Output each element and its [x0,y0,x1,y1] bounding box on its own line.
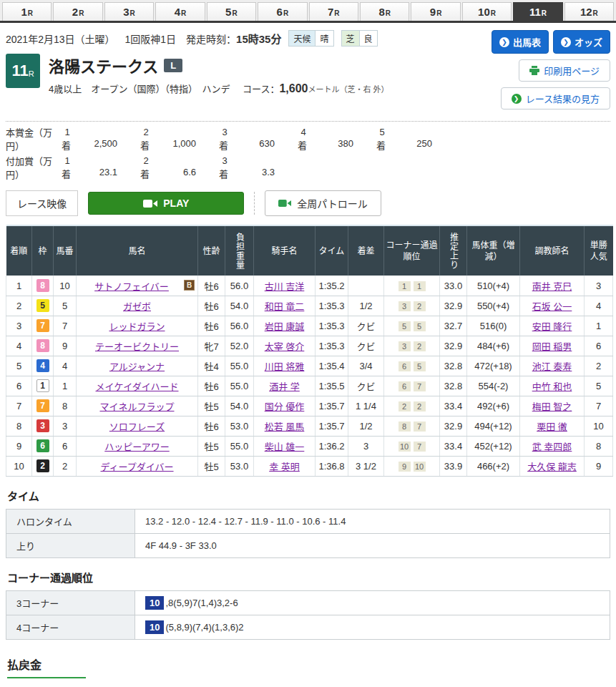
jockey-link[interactable]: 古川 吉洋 [265,281,305,292]
corner-order-cell: 87 [384,416,440,436]
race-tab-number: 4 [175,6,180,18]
prize-value: 380 [309,138,353,150]
trainer-link[interactable]: 武 幸四郎 [532,442,572,452]
horse-weight: 466(+2) [467,456,520,476]
horse-name-link[interactable]: サトノフェイバー [94,281,169,292]
race-tab[interactable]: 8R [360,2,409,21]
arrow-circle-icon: ❯ [561,37,571,47]
prize-item: 2着6.6 [140,155,196,178]
printer-icon [529,66,539,75]
trainer-link[interactable]: 栗田 徹 [537,422,567,432]
trainer-link[interactable]: 南井 克巳 [532,281,572,292]
race-tab[interactable]: 11R [513,2,562,21]
trainer-link[interactable]: 中竹 和也 [532,381,572,392]
carried-weight: 55.0 [225,436,254,456]
race-tab[interactable]: 7R [309,2,358,21]
prize-rank: 2 [140,155,152,167]
play-button[interactable]: PLAY [88,192,244,215]
trainer-link[interactable]: 石坂 公一 [532,301,572,312]
finish-time: 1:35.4 [316,356,348,376]
race-tab[interactable]: 2R [53,2,102,21]
corner-3-position: 2 [399,401,411,411]
jockey-link[interactable]: 国分 優作 [265,401,305,412]
corner-4-value: 10(5,8,9)(7,4)(1,3,6)2 [135,615,610,639]
corner-order-cell: 32 [384,336,440,356]
prize-main-label: 本賞金（万円） [6,127,62,154]
horse-name-link[interactable]: メイケイダイハード [96,381,179,392]
start-time: 15時35分 [236,31,281,46]
result-row: 6 1 1 メイケイダイハード 牡6 55.0 酒井 学 1:35.5 クビ 6… [6,376,613,396]
trainer-cell: 安田 隆行 [520,316,585,336]
frame-cell: 7 [32,396,54,416]
jockey-link[interactable]: 和田 竜二 [265,301,305,312]
frame-cell: 2 [32,456,54,476]
prize-item: 3着630 [219,127,275,150]
prize-value: 2,500 [73,138,117,150]
col-frame: 枠 [32,225,54,276]
last-3f-time: 33.9 [440,456,467,476]
finish-position: 6 [6,376,32,396]
print-button[interactable]: 印刷用ページ [519,59,610,82]
patrol-video-button[interactable]: 全周パトロール [265,190,381,216]
frame-badge: 8 [36,339,49,352]
prize-fuka-label: 付加賞（万円） [6,155,62,182]
trainer-link[interactable]: 岡田 稲男 [532,341,572,352]
trainer-cell: 石坂 公一 [520,296,585,316]
col-sex-age: 性齢 [198,225,225,276]
prize-value: 630 [230,138,275,150]
horse-name-link[interactable]: ソロフレーズ [109,422,165,432]
trainer-link[interactable]: 池江 泰寿 [532,361,572,372]
trainer-link[interactable]: 梅田 智之 [532,401,572,412]
jockey-link[interactable]: 幸 英明 [269,462,300,472]
corner-4-position: 2 [414,341,426,351]
horse-name-link[interactable]: レッドガラン [109,321,165,332]
race-tab-number: 7 [328,6,333,18]
prize-rank: 2 [140,127,152,138]
horse-name-link[interactable]: ハッピーアワー [104,442,169,452]
prize-value: 23.1 [73,167,117,178]
corner-3-position: 10 [399,442,411,452]
odds-button[interactable]: ❯オッズ [553,30,610,54]
col-horse-number: 馬番 [54,225,77,276]
jockey-link[interactable]: 松若 風馬 [265,422,305,432]
corner-3-position: 1 [399,281,411,291]
horse-name-link[interactable]: マイネルフラップ [99,401,174,412]
corner-4-position: 7 [414,442,426,452]
trainer-link[interactable]: 大久保 龍志 [527,462,577,472]
trainer-link[interactable]: 安田 隆行 [532,321,572,332]
time-table: ハロンタイム 13.2 - 12.0 - 12.4 - 12.7 - 11.9 … [6,509,610,558]
col-carried-weight: 負担重量 [225,225,254,276]
race-tab[interactable]: 1R [2,2,52,21]
jockey-link[interactable]: 太宰 啓介 [265,341,305,352]
race-tab[interactable]: 5R [207,2,256,21]
prize-rank: 3 [219,127,230,138]
sex-age: 牡6 [198,376,225,396]
jockey-link[interactable]: 川田 将雅 [265,361,305,372]
jockey-link[interactable]: 岩田 康誠 [265,321,305,332]
horse-name-link[interactable]: テーオービクトリー [95,341,179,352]
frame-cell: 5 [32,296,54,316]
race-tab[interactable]: 9R [411,2,460,21]
jockey-link[interactable]: 酒井 学 [269,381,300,392]
corner-3-position: 3 [399,341,411,351]
video-row: レース映像 PLAY 全周パトロール [6,190,610,216]
guide-button[interactable]: ❯レース結果の見方 [501,87,610,109]
furlong-time-row: ハロンタイム 13.2 - 12.0 - 12.4 - 12.7 - 11.9 … [6,509,610,533]
race-tab[interactable]: 4R [155,2,205,21]
finish-time: 1:35.3 [316,336,348,356]
race-tab[interactable]: 6R [258,2,307,21]
horse-name-link[interactable]: ガゼボ [123,301,151,312]
race-tab[interactable]: 10R [462,2,512,21]
horse-name-cell: サトノフェイバーB [77,276,198,296]
horse-name-link[interactable]: ディープダイバー [100,462,173,472]
jockey-link[interactable]: 柴山 雄一 [265,442,305,452]
race-tab[interactable]: 12R [564,2,614,21]
prize-item: 3着3.3 [219,155,275,178]
race-tab[interactable]: 3R [104,2,154,21]
shutsuba-button[interactable]: ❯出馬表 [492,30,549,54]
horse-name-link[interactable]: アルジャンナ [109,361,165,372]
race-tab-number: 1 [21,6,26,18]
prize-fuka-row: 付加賞（万円） 1着23.12着6.63着3.3 [6,155,610,182]
result-row: 2 5 5 ガゼボ 牡6 54.0 和田 竜二 1:35.3 1/2 32 32… [6,296,613,316]
horse-weight: 452(+12) [467,436,520,456]
